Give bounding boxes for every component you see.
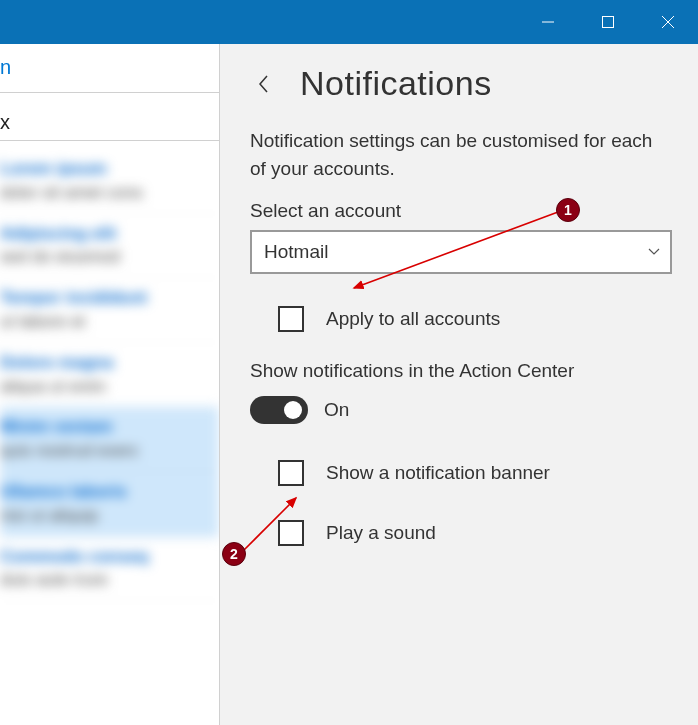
blurred-mail-list: Lorem ipsumdolor sit amet cons Adipiscin… bbox=[0, 141, 219, 601]
action-center-toggle[interactable] bbox=[250, 396, 308, 424]
account-select[interactable]: Hotmail bbox=[250, 230, 672, 274]
svg-rect-1 bbox=[603, 17, 614, 28]
back-button[interactable] bbox=[250, 70, 278, 98]
select-account-label: Select an account bbox=[250, 200, 672, 222]
settings-description: Notification settings can be customised … bbox=[250, 127, 672, 182]
annotation-marker-1: 1 bbox=[556, 198, 580, 222]
banner-checkbox[interactable] bbox=[278, 460, 304, 486]
annotation-marker-2: 2 bbox=[222, 542, 246, 566]
apply-all-checkbox[interactable] bbox=[278, 306, 304, 332]
page-title: Notifications bbox=[300, 64, 492, 103]
inbox-label-fragment: x bbox=[0, 93, 219, 140]
maximize-button[interactable] bbox=[578, 0, 638, 44]
close-button[interactable] bbox=[638, 0, 698, 44]
action-center-label: Show notifications in the Action Center bbox=[250, 360, 672, 382]
toggle-state-label: On bbox=[324, 399, 349, 421]
sound-label: Play a sound bbox=[326, 522, 436, 544]
apply-all-label: Apply to all accounts bbox=[326, 308, 500, 330]
mail-list-pane: n x Lorem ipsumdolor sit amet cons Adipi… bbox=[0, 44, 220, 725]
sound-checkbox[interactable] bbox=[278, 520, 304, 546]
window-titlebar bbox=[0, 0, 698, 44]
settings-panel: Notifications Notification settings can … bbox=[220, 44, 698, 725]
toggle-knob bbox=[284, 401, 302, 419]
banner-label: Show a notification banner bbox=[326, 462, 550, 484]
minimize-button[interactable] bbox=[518, 0, 578, 44]
nav-link-fragment[interactable]: n bbox=[0, 44, 219, 92]
